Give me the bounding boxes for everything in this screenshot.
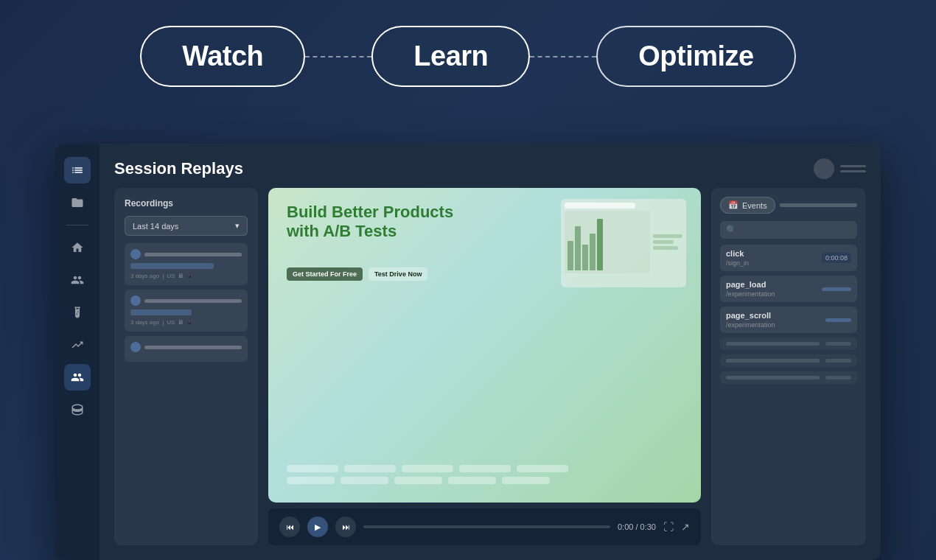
step-learn[interactable]: Learn — [371, 26, 530, 87]
progress-bar[interactable] — [363, 525, 610, 528]
step-optimize[interactable]: Optimize — [596, 26, 795, 87]
fullscreen-icon[interactable]: ⛶ — [663, 521, 674, 533]
main-content: Session Replays Recordings Last 14 days … — [99, 144, 881, 560]
mockup-area — [539, 199, 686, 313]
event-path: /sign_in — [726, 259, 749, 267]
separator: | — [162, 273, 164, 279]
event-time: 0:00:08 — [822, 253, 851, 263]
event-info: page_load /experimentation — [726, 280, 775, 298]
ghost-bar-short — [825, 342, 851, 346]
ghost-item-3 — [720, 371, 857, 384]
skip-back-button[interactable]: ⏮ — [279, 517, 300, 537]
recording-country: US — [167, 273, 175, 279]
step-watch[interactable]: Watch — [140, 26, 305, 87]
cta-button[interactable]: Get Started For Free — [287, 267, 363, 281]
ghost-bar — [726, 342, 820, 346]
ghost-bar-short — [825, 376, 851, 379]
recording-header — [130, 342, 242, 352]
connector-line-1 — [305, 56, 371, 57]
sidebar-icon-users[interactable] — [64, 267, 91, 293]
recording-header — [130, 295, 242, 306]
sidebar — [55, 144, 99, 560]
ghost-bar — [726, 376, 820, 379]
recording-item[interactable]: 3 days ago | US 🖥 📱 — [125, 290, 248, 332]
name-bar — [144, 253, 242, 256]
dropdown-arrow-icon: ▾ — [235, 221, 240, 231]
events-search[interactable]: 🔍 — [720, 221, 857, 239]
secondary-button[interactable]: Test Drive Now — [369, 267, 427, 281]
device-icon: 🖥 📱 — [178, 273, 192, 279]
ghost-bar — [726, 359, 820, 363]
event-item-click[interactable]: click /sign_in 0:00:08 — [720, 245, 857, 271]
recordings-title: Recordings — [125, 198, 248, 209]
bar — [459, 465, 511, 472]
steps-header: Watch Learn Optimize — [0, 0, 936, 87]
share-icon[interactable]: ↗ — [681, 521, 690, 533]
sidebar-icon-lab[interactable] — [64, 299, 91, 326]
play-button[interactable]: ▶ — [307, 517, 328, 537]
headline-line2: with — [287, 222, 323, 240]
control-line-1 — [840, 165, 866, 167]
sidebar-icon-database[interactable] — [64, 396, 91, 423]
skip-forward-button[interactable]: ⏭ — [335, 517, 356, 537]
bar — [287, 477, 335, 484]
events-header-bar — [780, 203, 857, 207]
headline-line1: Build Better Products — [287, 203, 453, 221]
separator: | — [162, 319, 164, 326]
bar — [517, 465, 568, 472]
device-icon: 🖥 📱 — [178, 319, 192, 326]
time-display: 0:00 / 0:30 — [618, 522, 656, 531]
avatar — [130, 342, 141, 352]
mockup-card-1 — [561, 199, 686, 287]
sidebar-icon-home[interactable] — [64, 234, 91, 261]
connector-line-2 — [530, 56, 596, 57]
headline-highlight: A/B Tests — [323, 222, 397, 240]
event-item-page-scroll[interactable]: page_scroll /experimentation — [720, 307, 857, 333]
bar-row-1 — [287, 465, 682, 472]
app-window: Session Replays Recordings Last 14 days … — [55, 144, 881, 560]
top-control-lines — [840, 165, 866, 172]
event-path: /experimentation — [726, 290, 775, 298]
event-item-page-load[interactable]: page_load /experimentation — [720, 276, 857, 302]
sidebar-icon-chart[interactable] — [64, 157, 91, 183]
events-button[interactable]: 📅 Events — [720, 197, 775, 214]
video-player[interactable]: Build Better Products with A/B Tests Get… — [268, 188, 701, 503]
event-bar — [825, 318, 851, 322]
name-bar — [144, 346, 242, 349]
calendar-icon: 📅 — [728, 200, 738, 210]
connector-2 — [530, 56, 596, 57]
recording-age: 3 days ago — [130, 319, 159, 326]
recording-meta: 3 days ago | US 🖥 📱 — [130, 319, 242, 326]
content-row: Recordings Last 14 days ▾ 3 days ago | — [114, 188, 866, 545]
bar — [502, 477, 550, 484]
recording-age: 3 days ago — [130, 273, 159, 279]
video-controls: ⏮ ▶ ⏭ 0:00 / 0:30 ⛶ ↗ — [268, 508, 701, 545]
bar — [340, 477, 388, 484]
avatar — [130, 249, 141, 259]
search-icon: 🔍 — [726, 225, 737, 235]
sidebar-icon-sessions[interactable] — [64, 364, 91, 391]
recordings-dropdown[interactable]: Last 14 days ▾ — [125, 216, 248, 236]
step-optimize-label: Optimize — [638, 41, 753, 71]
event-name: page_load — [726, 280, 775, 289]
recording-meta: 3 days ago | US 🖥 📱 — [130, 273, 242, 279]
progress-bar — [130, 309, 192, 315]
ghost-bar-short — [825, 359, 851, 363]
video-content: Build Better Products with A/B Tests Get… — [287, 203, 453, 281]
sidebar-icon-trending[interactable] — [64, 332, 91, 358]
top-controls — [814, 158, 866, 179]
ghost-item-1 — [720, 337, 857, 350]
event-path: /experimentation — [726, 321, 775, 329]
step-watch-label: Watch — [182, 41, 263, 71]
recording-item[interactable] — [125, 336, 248, 362]
recordings-panel: Recordings Last 14 days ▾ 3 days ago | — [114, 188, 258, 545]
recording-item[interactable]: 3 days ago | US 🖥 📱 — [125, 243, 248, 285]
events-label: Events — [742, 201, 767, 210]
progress-bar — [130, 263, 214, 269]
dropdown-value: Last 14 days — [133, 222, 178, 231]
video-bottom-bars — [287, 465, 682, 484]
event-name: click — [726, 249, 749, 258]
events-header: 📅 Events — [720, 197, 857, 214]
sidebar-icon-folder[interactable] — [64, 189, 91, 216]
event-bar — [822, 287, 851, 291]
